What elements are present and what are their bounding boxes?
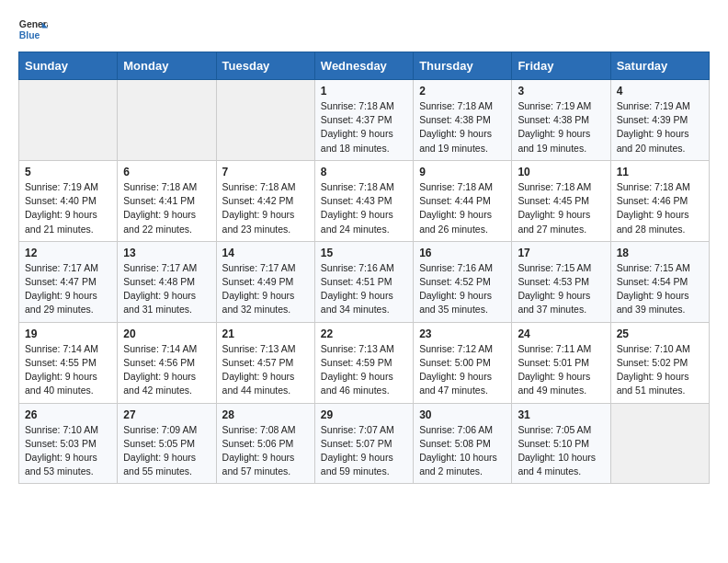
day-detail: Sunrise: 7:16 AMSunset: 4:52 PMDaylight:… <box>419 261 506 317</box>
calendar-cell: 29Sunrise: 7:07 AMSunset: 5:07 PMDayligh… <box>314 403 413 484</box>
day-detail: Sunrise: 7:18 AMSunset: 4:37 PMDaylight:… <box>321 99 407 155</box>
day-number: 26 <box>25 408 111 421</box>
calendar-cell: 9Sunrise: 7:18 AMSunset: 4:44 PMDaylight… <box>414 160 512 241</box>
page-header: General Blue <box>18 15 710 44</box>
header-thursday: Thursday <box>414 52 512 80</box>
day-detail: Sunrise: 7:05 AMSunset: 5:10 PMDaylight:… <box>518 423 604 479</box>
day-detail: Sunrise: 7:18 AMSunset: 4:41 PMDaylight:… <box>123 180 210 236</box>
day-number: 27 <box>123 408 210 421</box>
day-detail: Sunrise: 7:15 AMSunset: 4:53 PMDaylight:… <box>518 261 604 317</box>
logo: General Blue <box>18 15 48 44</box>
day-detail: Sunrise: 7:13 AMSunset: 4:59 PMDaylight:… <box>321 342 407 398</box>
day-detail: Sunrise: 7:08 AMSunset: 5:06 PMDaylight:… <box>222 423 309 479</box>
day-number: 9 <box>419 166 506 178</box>
calendar-cell: 22Sunrise: 7:13 AMSunset: 4:59 PMDayligh… <box>314 322 413 403</box>
day-detail: Sunrise: 7:17 AMSunset: 4:48 PMDaylight:… <box>123 261 210 317</box>
day-detail: Sunrise: 7:13 AMSunset: 4:57 PMDaylight:… <box>222 342 309 398</box>
day-number: 23 <box>419 327 506 340</box>
logo-icon: General Blue <box>18 15 48 44</box>
calendar-cell: 13Sunrise: 7:17 AMSunset: 4:48 PMDayligh… <box>118 241 216 322</box>
calendar-cell <box>216 80 314 161</box>
calendar-cell <box>610 403 709 484</box>
day-detail: Sunrise: 7:14 AMSunset: 4:55 PMDaylight:… <box>25 342 111 398</box>
day-number: 22 <box>321 327 407 340</box>
day-detail: Sunrise: 7:18 AMSunset: 4:44 PMDaylight:… <box>419 180 506 236</box>
header-tuesday: Tuesday <box>216 52 314 80</box>
calendar-cell <box>118 80 216 161</box>
day-number: 17 <box>518 247 604 259</box>
calendar-week-row: 1Sunrise: 7:18 AMSunset: 4:37 PMDaylight… <box>19 80 710 161</box>
day-number: 12 <box>25 247 111 259</box>
calendar-cell: 2Sunrise: 7:18 AMSunset: 4:38 PMDaylight… <box>414 80 512 161</box>
calendar-cell: 1Sunrise: 7:18 AMSunset: 4:37 PMDaylight… <box>314 80 413 161</box>
day-detail: Sunrise: 7:10 AMSunset: 5:02 PMDaylight:… <box>617 342 703 398</box>
day-number: 6 <box>123 166 210 178</box>
day-number: 2 <box>419 85 506 98</box>
day-number: 24 <box>518 327 604 340</box>
day-number: 15 <box>321 247 407 259</box>
calendar-week-row: 12Sunrise: 7:17 AMSunset: 4:47 PMDayligh… <box>19 241 710 322</box>
day-detail: Sunrise: 7:14 AMSunset: 4:56 PMDaylight:… <box>123 342 210 398</box>
day-number: 18 <box>617 247 703 259</box>
day-detail: Sunrise: 7:16 AMSunset: 4:51 PMDaylight:… <box>321 261 407 317</box>
header-sunday: Sunday <box>19 52 118 80</box>
day-number: 21 <box>222 327 309 340</box>
header-saturday: Saturday <box>610 52 709 80</box>
day-number: 25 <box>617 327 703 340</box>
calendar-cell: 15Sunrise: 7:16 AMSunset: 4:51 PMDayligh… <box>314 241 413 322</box>
day-detail: Sunrise: 7:10 AMSunset: 5:03 PMDaylight:… <box>25 423 111 479</box>
calendar-cell: 5Sunrise: 7:19 AMSunset: 4:40 PMDaylight… <box>19 160 118 241</box>
header-friday: Friday <box>512 52 610 80</box>
calendar-cell: 24Sunrise: 7:11 AMSunset: 5:01 PMDayligh… <box>512 322 610 403</box>
day-detail: Sunrise: 7:19 AMSunset: 4:38 PMDaylight:… <box>518 99 604 155</box>
calendar-week-row: 19Sunrise: 7:14 AMSunset: 4:55 PMDayligh… <box>19 322 710 403</box>
calendar-week-row: 5Sunrise: 7:19 AMSunset: 4:40 PMDaylight… <box>19 160 710 241</box>
calendar-week-row: 26Sunrise: 7:10 AMSunset: 5:03 PMDayligh… <box>19 403 710 484</box>
calendar-cell: 3Sunrise: 7:19 AMSunset: 4:38 PMDaylight… <box>512 80 610 161</box>
day-detail: Sunrise: 7:18 AMSunset: 4:45 PMDaylight:… <box>518 180 604 236</box>
day-number: 10 <box>518 166 604 178</box>
day-number: 11 <box>617 166 703 178</box>
calendar-cell: 8Sunrise: 7:18 AMSunset: 4:43 PMDaylight… <box>314 160 413 241</box>
calendar-cell: 4Sunrise: 7:19 AMSunset: 4:39 PMDaylight… <box>610 80 709 161</box>
day-detail: Sunrise: 7:09 AMSunset: 5:05 PMDaylight:… <box>123 423 210 479</box>
day-detail: Sunrise: 7:12 AMSunset: 5:00 PMDaylight:… <box>419 342 506 398</box>
day-detail: Sunrise: 7:07 AMSunset: 5:07 PMDaylight:… <box>321 423 407 479</box>
day-detail: Sunrise: 7:15 AMSunset: 4:54 PMDaylight:… <box>617 261 703 317</box>
day-number: 28 <box>222 408 309 421</box>
day-detail: Sunrise: 7:17 AMSunset: 4:49 PMDaylight:… <box>222 261 309 317</box>
day-number: 13 <box>123 247 210 259</box>
day-number: 31 <box>518 408 604 421</box>
day-detail: Sunrise: 7:19 AMSunset: 4:39 PMDaylight:… <box>617 99 703 155</box>
header-wednesday: Wednesday <box>314 52 413 80</box>
svg-text:Blue: Blue <box>19 30 40 40</box>
calendar-cell: 18Sunrise: 7:15 AMSunset: 4:54 PMDayligh… <box>610 241 709 322</box>
day-detail: Sunrise: 7:18 AMSunset: 4:38 PMDaylight:… <box>419 99 506 155</box>
calendar-cell: 26Sunrise: 7:10 AMSunset: 5:03 PMDayligh… <box>19 403 118 484</box>
calendar-cell: 6Sunrise: 7:18 AMSunset: 4:41 PMDaylight… <box>118 160 216 241</box>
day-number: 19 <box>25 327 111 340</box>
day-detail: Sunrise: 7:18 AMSunset: 4:43 PMDaylight:… <box>321 180 407 236</box>
day-detail: Sunrise: 7:11 AMSunset: 5:01 PMDaylight:… <box>518 342 604 398</box>
day-number: 16 <box>419 247 506 259</box>
day-detail: Sunrise: 7:19 AMSunset: 4:40 PMDaylight:… <box>25 180 111 236</box>
calendar-cell: 11Sunrise: 7:18 AMSunset: 4:46 PMDayligh… <box>610 160 709 241</box>
day-number: 14 <box>222 247 309 259</box>
calendar-cell: 12Sunrise: 7:17 AMSunset: 4:47 PMDayligh… <box>19 241 118 322</box>
calendar-cell: 31Sunrise: 7:05 AMSunset: 5:10 PMDayligh… <box>512 403 610 484</box>
calendar-cell: 23Sunrise: 7:12 AMSunset: 5:00 PMDayligh… <box>414 322 512 403</box>
calendar-cell: 17Sunrise: 7:15 AMSunset: 4:53 PMDayligh… <box>512 241 610 322</box>
day-number: 1 <box>321 85 407 98</box>
calendar-cell: 30Sunrise: 7:06 AMSunset: 5:08 PMDayligh… <box>414 403 512 484</box>
calendar-cell: 25Sunrise: 7:10 AMSunset: 5:02 PMDayligh… <box>610 322 709 403</box>
calendar-cell: 20Sunrise: 7:14 AMSunset: 4:56 PMDayligh… <box>118 322 216 403</box>
calendar-cell: 28Sunrise: 7:08 AMSunset: 5:06 PMDayligh… <box>216 403 314 484</box>
calendar-header-row: SundayMondayTuesdayWednesdayThursdayFrid… <box>19 52 710 80</box>
calendar-cell: 27Sunrise: 7:09 AMSunset: 5:05 PMDayligh… <box>118 403 216 484</box>
day-number: 30 <box>419 408 506 421</box>
day-number: 4 <box>617 85 703 98</box>
day-number: 7 <box>222 166 309 178</box>
day-number: 3 <box>518 85 604 98</box>
day-number: 5 <box>25 166 111 178</box>
calendar-table: SundayMondayTuesdayWednesdayThursdayFrid… <box>18 52 710 484</box>
